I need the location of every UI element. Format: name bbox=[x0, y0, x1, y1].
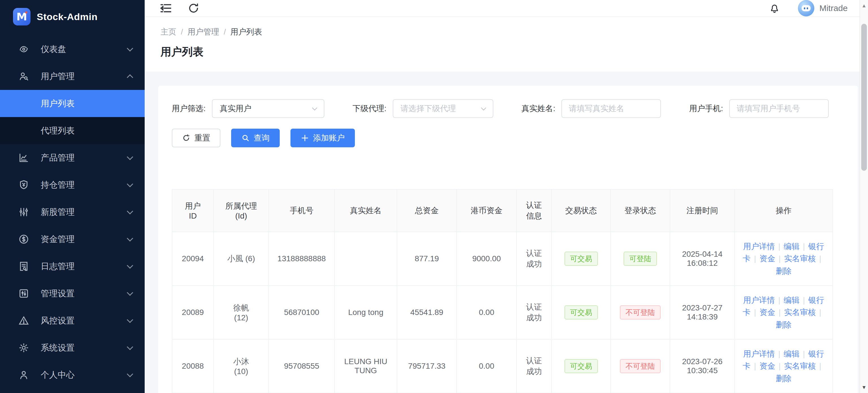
row-action-link[interactable]: 删除 bbox=[776, 374, 792, 383]
notification-bell-icon[interactable] bbox=[769, 2, 780, 14]
breadcrumb-home[interactable]: 主页 bbox=[160, 27, 176, 37]
row-action-link[interactable]: 编辑 bbox=[784, 350, 800, 358]
scroll-up-arrow[interactable]: ▲ bbox=[860, 0, 868, 11]
product-chart-icon bbox=[18, 152, 30, 164]
col-operations: 操作 bbox=[735, 189, 833, 232]
admin-settings-icon bbox=[18, 287, 30, 300]
cell-reg-time: 2023-07-26 10:30:45 bbox=[670, 339, 735, 393]
cell-operations: 用户详情|编辑|银行卡|资金|实名审核|删除 bbox=[735, 285, 833, 339]
cell-agent: 徐帆 (12) bbox=[214, 285, 269, 339]
row-action-link[interactable]: 编辑 bbox=[784, 296, 800, 304]
row-action-link[interactable]: 删除 bbox=[776, 267, 792, 275]
user-phone-input[interactable] bbox=[729, 99, 829, 118]
chevron-down-icon bbox=[312, 105, 317, 110]
sidebar-item-position-management[interactable]: 持仓管理 bbox=[0, 171, 145, 199]
funds-dollar-icon bbox=[18, 233, 30, 245]
sidebar-item-ipo-management[interactable]: 新股管理 bbox=[0, 199, 145, 225]
row-action-link[interactable]: 实名审核 bbox=[784, 308, 816, 317]
table-row: 20088 小沐 (10) 95708555 LEUNG HIU TUNG 79… bbox=[172, 339, 833, 393]
content-card: 用户筛选: 真实用户 下级代理: 请选择下级代理 真实姓名: 用户手机: bbox=[158, 86, 858, 393]
chevron-down-icon bbox=[481, 105, 486, 110]
sidebar-item-log-management[interactable]: 日志管理 bbox=[0, 253, 145, 280]
cell-auth-info: 认证 成功 bbox=[517, 232, 552, 285]
dashboard-icon bbox=[18, 43, 30, 55]
cell-login-status: 不可登陆 bbox=[611, 339, 670, 393]
cell-phone: 13188888888 bbox=[269, 232, 335, 285]
row-action-link[interactable]: 删除 bbox=[776, 320, 792, 329]
cell-total-funds: 45541.89 bbox=[397, 285, 457, 339]
chevron-down-icon bbox=[127, 235, 133, 242]
chevron-down-icon bbox=[127, 290, 133, 296]
sidebar-item-risk-settings[interactable]: 风控设置 bbox=[0, 307, 145, 334]
sub-agent-label: 下级代理: bbox=[352, 103, 386, 114]
row-action-link[interactable]: 编辑 bbox=[784, 242, 800, 251]
cell-hkd-funds: 0.00 bbox=[457, 285, 517, 339]
chevron-down-icon bbox=[127, 154, 133, 160]
cell-user-id: 20094 bbox=[172, 232, 214, 285]
col-agent: 所属代理 (Id) bbox=[214, 189, 269, 232]
page-scrollbar[interactable]: ▲ ▼ bbox=[860, 0, 868, 393]
brand: M Stock-Admin bbox=[0, 0, 145, 33]
scroll-down-arrow[interactable]: ▼ bbox=[860, 382, 868, 393]
cell-trade-status: 可交易 bbox=[552, 339, 611, 393]
row-action-link[interactable]: 用户详情 bbox=[743, 350, 775, 358]
cell-trade-status: 可交易 bbox=[552, 285, 611, 339]
real-name-input[interactable] bbox=[561, 99, 661, 118]
sidebar-item-funds-management[interactable]: 资金管理 bbox=[0, 225, 145, 253]
cell-real-name bbox=[335, 232, 397, 285]
sidebar: M Stock-Admin 仪表盘 用户管理 bbox=[0, 0, 145, 393]
cell-phone: 95708555 bbox=[269, 339, 335, 393]
sidebar-item-user-list[interactable]: 用户列表 bbox=[0, 90, 145, 117]
chevron-down-icon bbox=[127, 45, 133, 52]
table-row: 20089 徐帆 (12) 56870100 Long tong 45541.8… bbox=[172, 285, 833, 339]
cell-auth-info: 认证 成功 bbox=[517, 339, 552, 393]
cell-trade-status: 可交易 bbox=[552, 232, 611, 285]
row-action-link[interactable]: 资金 bbox=[760, 308, 775, 317]
user-avatar[interactable] bbox=[798, 0, 814, 17]
row-action-link[interactable]: 资金 bbox=[760, 254, 775, 263]
add-account-button[interactable]: 添加账户 bbox=[290, 129, 355, 147]
scrollbar-thumb[interactable] bbox=[861, 24, 867, 171]
cell-reg-time: 2025-04-14 16:08:12 bbox=[670, 232, 735, 285]
row-action-link[interactable]: 资金 bbox=[760, 362, 775, 370]
col-trade-status: 交易状态 bbox=[552, 189, 611, 232]
real-name-label: 真实姓名: bbox=[522, 103, 556, 114]
cell-agent: 小風 (6) bbox=[214, 232, 269, 285]
row-action-link[interactable]: 实名审核 bbox=[784, 254, 816, 263]
row-action-link[interactable]: 用户详情 bbox=[743, 242, 775, 251]
chevron-down-icon bbox=[127, 317, 133, 323]
sidebar-item-user-management[interactable]: 用户管理 bbox=[0, 63, 145, 90]
query-button[interactable]: 查询 bbox=[231, 129, 280, 147]
cell-user-id: 20088 bbox=[172, 339, 214, 393]
user-table: 用户 ID 所属代理 (Id) 手机号 真实姓名 总资金 港币资金 认证 信息 … bbox=[172, 189, 844, 393]
chevron-down-icon bbox=[127, 181, 133, 187]
sub-agent-select[interactable]: 请选择下级代理 bbox=[393, 99, 493, 118]
row-action-link[interactable]: 实名审核 bbox=[784, 362, 816, 370]
breadcrumb-user-list: 用户列表 bbox=[230, 27, 262, 37]
table-header: 用户 ID 所属代理 (Id) 手机号 真实姓名 总资金 港币资金 认证 信息 … bbox=[172, 189, 833, 232]
cell-operations: 用户详情|编辑|银行卡|资金|实名审核|删除 bbox=[735, 232, 833, 285]
cell-agent: 小沐 (10) bbox=[214, 339, 269, 393]
sidebar-item-profile-center[interactable]: 个人中心 bbox=[0, 361, 145, 389]
refresh-icon[interactable] bbox=[187, 2, 200, 15]
page-title: 用户列表 bbox=[160, 45, 868, 59]
collapse-sidebar-icon[interactable] bbox=[159, 2, 173, 15]
user-management-submenu: 用户列表 代理列表 bbox=[0, 90, 145, 144]
chevron-down-icon bbox=[127, 371, 133, 377]
sidebar-item-product-management[interactable]: 产品管理 bbox=[0, 144, 145, 171]
reset-button[interactable]: 重置 bbox=[172, 129, 220, 147]
filter-user-phone: 用户手机: bbox=[689, 99, 829, 118]
col-total-funds: 总资金 bbox=[397, 189, 457, 232]
sidebar-item-admin-settings[interactable]: 管理设置 bbox=[0, 280, 145, 307]
user-filter-select[interactable]: 真实用户 bbox=[212, 99, 324, 118]
cell-total-funds: 877.19 bbox=[397, 232, 457, 285]
cell-login-status: 不可登陆 bbox=[611, 285, 670, 339]
row-action-link[interactable]: 用户详情 bbox=[743, 296, 775, 304]
user-name: Mitrade bbox=[819, 3, 848, 13]
topbar-right: Mitrade bbox=[769, 0, 848, 17]
sidebar-item-system-settings[interactable]: 系统设置 bbox=[0, 334, 145, 361]
system-gear-icon bbox=[18, 341, 30, 354]
sidebar-item-dashboard[interactable]: 仪表盘 bbox=[0, 36, 145, 63]
breadcrumb-user-management[interactable]: 用户管理 bbox=[188, 27, 219, 37]
sidebar-item-agent-list[interactable]: 代理列表 bbox=[0, 117, 145, 144]
